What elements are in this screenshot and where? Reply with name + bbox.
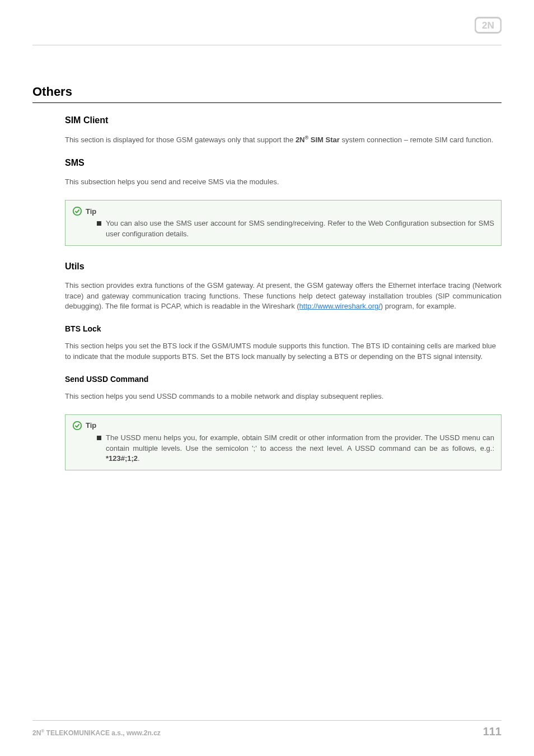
page-footer: 2N® TELEKOMUNIKACE a.s., www.2n.cz 111 <box>32 720 502 738</box>
footer-company: 2N® TELEKOMUNIKACE a.s., www.2n.cz <box>32 729 161 737</box>
tip-box-sms: Tip You can also use the SMS user accoun… <box>65 200 502 246</box>
para-sim-client: This section is displayed for those GSM … <box>65 134 502 146</box>
tip-text: You can also use the SMS user account fo… <box>106 218 494 240</box>
bullet-icon <box>97 436 101 440</box>
svg-text:2N: 2N <box>482 20 494 31</box>
tip-label: Tip <box>86 207 96 216</box>
para-bts: This section helps you set the BTS lock … <box>65 341 502 362</box>
brand-suffix: SIM Star <box>308 136 340 144</box>
text-fragment: The USSD menu helps you, for example, ob… <box>106 433 494 452</box>
heading-bts-lock: BTS Lock <box>65 324 502 333</box>
para-utils: This section provides extra functions of… <box>65 281 502 312</box>
heading-utils: Utils <box>65 262 502 272</box>
tip-label: Tip <box>86 421 96 430</box>
check-circle-icon <box>72 206 82 216</box>
tip-box-ussd: Tip The USSD menu helps you, for example… <box>65 414 502 471</box>
page-header: 2N <box>32 17 502 45</box>
text-fragment: system connection – remote SIM card func… <box>340 136 494 144</box>
heading-sms: SMS <box>65 158 502 168</box>
text-fragment: This section is displayed for those GSM … <box>65 136 296 144</box>
heading-sim-client: SIM Client <box>65 115 502 125</box>
text-fragment: . <box>138 454 140 463</box>
svg-point-3 <box>73 422 81 430</box>
code-example: *123#;1;2 <box>106 454 138 463</box>
main-content: Others SIM Client This section is displa… <box>32 45 502 470</box>
brand-name: 2N <box>296 136 305 144</box>
svg-point-2 <box>73 207 81 215</box>
footer-brand: 2N <box>32 729 41 737</box>
heading-ussd: Send USSD Command <box>65 375 502 384</box>
footer-company-suffix: TELEKOMUNIKACE a.s., www.2n.cz <box>44 729 161 737</box>
bullet-icon <box>97 221 101 226</box>
para-ussd: This section helps you send USSD command… <box>65 391 502 402</box>
tip-text: The USSD menu helps you, for example, ob… <box>106 433 494 465</box>
link-wireshark[interactable]: http://www.wireshark.org/ <box>299 302 381 310</box>
para-sms: This subsection helps you send and recei… <box>65 177 502 188</box>
check-circle-icon <box>72 421 82 431</box>
text-fragment: ) program, for example. <box>381 302 456 310</box>
brand-logo-icon: 2N <box>475 17 502 36</box>
page-number: 111 <box>483 725 502 738</box>
page-title: Others <box>32 85 502 103</box>
